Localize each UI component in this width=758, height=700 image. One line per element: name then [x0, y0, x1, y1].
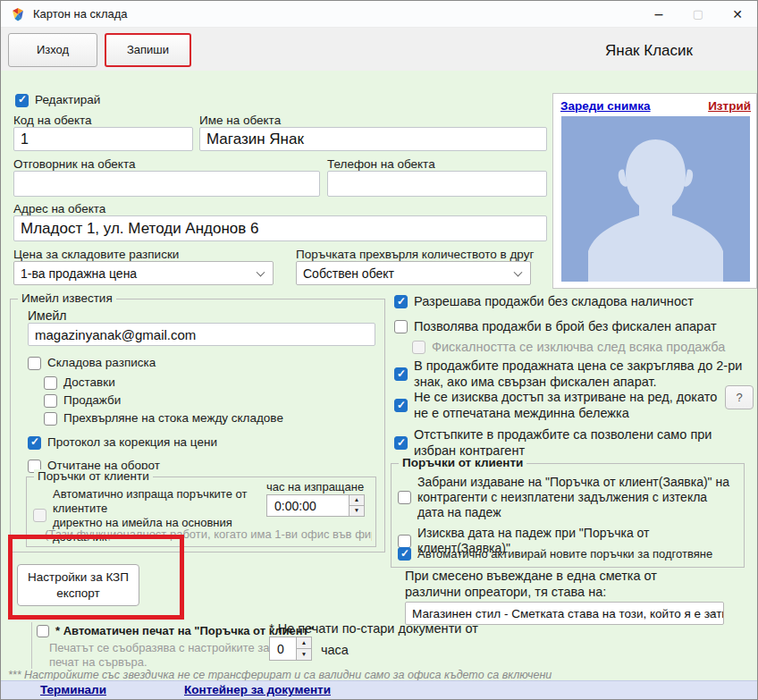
price-rounding-checkbox-row[interactable]: В продажбите продажната цена се закръгля… [394, 358, 746, 390]
brand-label: Янак Класик [605, 42, 693, 60]
kzp-export-button[interactable]: Настройки за КЗП експорт [17, 564, 139, 606]
spin-down-icon[interactable] [350, 506, 364, 516]
cash-no-fiscal-label: Позволява продажби в брой без фискален а… [414, 319, 717, 335]
stock-transfer-label: Прехвърляне на стока между складове [63, 411, 283, 426]
fiscal-off-checkbox-row[interactable]: Фискалността се изключва след всяка прод… [412, 340, 725, 356]
code-input[interactable]: 1 [13, 127, 193, 151]
fiscal-off-label: Фискалността се изключва след всяка прод… [432, 340, 725, 356]
allow-no-stock-checkbox-row[interactable]: Разрешава продажби без складова наличнос… [394, 294, 694, 310]
auto-activate-checkbox-row[interactable]: Автоматично активирай новите поръчки за … [398, 547, 712, 561]
email-input[interactable]: magazinyanak@gmail.com [28, 323, 375, 346]
spin-up-icon[interactable] [350, 495, 364, 506]
help-button[interactable]: ? [725, 385, 754, 409]
price-correction-label: Протокол за корекция на цени [47, 435, 217, 450]
email-label: Имейл [28, 308, 66, 323]
autoprint-note-line1: Печатът се съобразява с настройките за [49, 641, 270, 654]
client-orders-group-title: Поръчки от клиенти [399, 456, 526, 469]
mixed-entry-select[interactable]: Магазинен стил - Сметката става на този,… [405, 602, 724, 625]
manager-label: Отговорник на обекта [13, 157, 135, 171]
warehouse-receipt-checkbox[interactable] [28, 357, 41, 370]
price-select[interactable]: 1-ва продажна цена [13, 261, 274, 285]
send-time-spinner[interactable]: 0:00:00 [266, 494, 365, 517]
auto-send-checkbox[interactable] [33, 509, 46, 522]
edit-checkbox-row[interactable]: Редактирай [15, 93, 100, 107]
autoprint-note-line2: печат на сървъра. [49, 655, 147, 669]
cash-no-fiscal-checkbox-row[interactable]: Позволява продажби в брой без фискален а… [394, 319, 717, 335]
client-orders-group: Поръчки от клиенти Забрани издаване на "… [391, 463, 745, 568]
window-title: Картон на склада [33, 7, 128, 21]
row-delete-access-checkbox-row[interactable]: Не се изисква достъп за изтриване на ред… [394, 390, 729, 421]
sales-checkbox[interactable] [44, 394, 57, 408]
forbid-issue-checkbox[interactable] [398, 491, 411, 504]
code-label: Код на обекта [13, 114, 92, 127]
title-bar: Картон на склада [1, 1, 757, 28]
warehouse-receipt-label: Складова разписка [47, 356, 156, 370]
forbid-issue-checkbox-row[interactable]: Забрани издаване на "Поръчка от клиент(З… [398, 475, 736, 520]
warehouse-receipt-checkbox-row[interactable]: Складова разписка [28, 356, 156, 370]
window: Картон на склада Изход Запиши Янак Класи… [0, 0, 758, 700]
hours-value: 0 [270, 637, 296, 660]
kzp-export-line2: експорт [56, 586, 100, 602]
hours-spinner[interactable]: 0 [269, 637, 312, 661]
footnote: *** Настройките със звездичка не се тран… [8, 669, 552, 681]
deliveries-checkbox[interactable] [44, 376, 57, 390]
row-delete-access-label: Не се изисква достъп за изтриване на ред… [414, 390, 729, 421]
fiscal-off-checkbox[interactable] [412, 341, 425, 354]
deliveries-checkbox-row[interactable]: Доставки [44, 375, 115, 390]
mixed-entry-label-line2: различни опреатори, тя става на: [405, 585, 606, 599]
spinner-arrows[interactable] [349, 495, 364, 516]
discounts-contractor-checkbox[interactable] [394, 436, 408, 450]
spin-down-icon[interactable] [297, 649, 311, 660]
cash-no-fiscal-checkbox[interactable] [394, 320, 408, 333]
auto-send-label-line1: Автоматично изпраща поръчките от клиенти… [53, 487, 247, 515]
allow-no-stock-checkbox[interactable] [394, 295, 408, 308]
address-input[interactable]: Младост 1, ул. Методи Андонов 6 [13, 215, 547, 241]
minimize-icon[interactable] [639, 1, 678, 27]
phone-input[interactable] [327, 171, 547, 197]
avatar-placeholder [561, 116, 750, 282]
terminals-link[interactable]: Терминали [40, 683, 106, 696]
discounts-contractor-checkbox-row[interactable]: Отстъпките в продажбите са позволени сам… [394, 427, 746, 459]
exit-button[interactable]: Изход [8, 33, 97, 67]
name-label: Име на обекта [199, 114, 281, 127]
due-date-checkbox[interactable] [398, 535, 411, 548]
spin-up-icon[interactable] [297, 637, 311, 649]
row-delete-access-checkbox[interactable] [394, 399, 408, 412]
sales-checkbox-row[interactable]: Продажби [44, 393, 121, 408]
documents-container-link[interactable]: Контейнер за документи [184, 683, 331, 696]
price-correction-checkbox-row[interactable]: Протокол за корекция на цени [28, 435, 217, 450]
allow-no-stock-label: Разрешава продажби без складова наличнос… [414, 294, 694, 310]
kzp-export-line1: Настройки за КЗП [28, 569, 129, 586]
edit-checkbox[interactable] [15, 94, 29, 107]
deliveries-label: Доставки [63, 375, 115, 390]
auto-activate-label: Автоматично активирай новите поръчки за … [417, 547, 712, 561]
send-time-value: 0:00:00 [267, 495, 349, 516]
delete-photo-link[interactable]: Изтрий [708, 99, 751, 113]
autoprint-checkbox[interactable] [37, 625, 49, 637]
price-correction-checkbox[interactable] [28, 436, 41, 450]
close-icon[interactable] [718, 1, 757, 27]
price-label: Цена за складовите разписки [13, 248, 179, 261]
toolbar: Изход Запиши Янак Класик [1, 28, 757, 71]
auto-activate-checkbox[interactable] [398, 547, 411, 561]
print-section-border [31, 622, 32, 669]
stock-transfer-checkbox-row[interactable]: Прехвърляне на стока между складове [44, 411, 283, 426]
mixed-entry-label-line1: При смесено въвеждане в една сметка от [405, 569, 657, 583]
chevron-down-icon [257, 267, 265, 276]
spinner-arrows[interactable] [296, 637, 311, 660]
window-controls [639, 1, 757, 27]
price-rounding-checkbox[interactable] [394, 367, 408, 381]
status-bar: Терминали Контейнер за документи [1, 680, 758, 699]
manager-input[interactable] [13, 171, 320, 197]
form-content: Редактирай Код на обекта 1 Име на обекта… [1, 71, 758, 682]
save-button[interactable]: Запиши [105, 33, 191, 67]
photo-panel: Зареди снимка Изтрий [552, 93, 757, 289]
load-photo-link[interactable]: Зареди снимка [560, 99, 651, 113]
email-group-title: Имейл известия [18, 291, 116, 305]
stock-transfer-checkbox[interactable] [44, 412, 57, 426]
price-select-value: 1-ва продажна цена [21, 266, 137, 281]
maximize-icon[interactable] [678, 1, 718, 27]
edit-checkbox-label: Редактирай [35, 93, 100, 107]
transfer-select[interactable]: Собствен обект [296, 261, 531, 285]
name-input[interactable]: Магазин Янак [199, 127, 547, 151]
